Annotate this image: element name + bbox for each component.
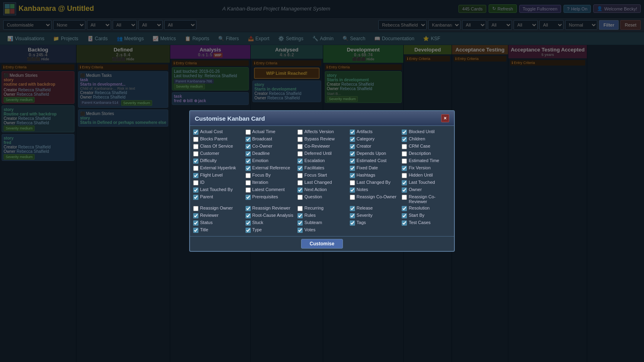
checkbox-item-38[interactable]: Last Changed By [350,180,399,185]
checkbox-item-18[interactable]: Depends Upon [350,151,399,156]
checkbox-focus-by[interactable] [246,173,251,178]
checkbox-escalation[interactable] [297,158,303,164]
checkbox-item-45[interactable]: Parent [193,194,242,204]
checkbox-last-changed[interactable] [297,180,303,185]
checkbox-item-33[interactable]: Hashtags [350,173,399,178]
checkbox-item-64[interactable]: Test Cases [402,220,451,226]
checkbox-artifacts[interactable] [350,130,355,135]
checkbox-item-37[interactable]: Last Changed [297,180,347,185]
checkbox-reassign-owner[interactable] [193,206,198,211]
checkbox-co-owner[interactable] [246,144,251,149]
checkbox-bypass-review[interactable] [297,137,303,142]
checkbox-item-22[interactable]: Escalation [297,158,347,164]
checkbox-item-28[interactable]: Fixed Date [350,165,399,171]
checkbox-external-reference[interactable] [246,166,251,171]
checkbox-item-14[interactable]: CRM Case [402,144,451,149]
checkbox-recurring[interactable] [297,206,303,211]
checkbox-start-by[interactable] [402,213,407,218]
checkbox-item-11[interactable]: Co-Owner [246,144,295,149]
checkbox-item-1[interactable]: Actual Time [246,129,295,135]
checkbox-item-26[interactable]: External Reference [246,165,295,171]
checkbox-last-touched[interactable] [402,180,407,185]
checkbox-item-29[interactable]: Fix Version [402,165,451,171]
checkbox-item-35[interactable]: ID [193,180,242,185]
checkbox-item-16[interactable]: Deadline [246,151,295,156]
checkbox-item-46[interactable]: Prerequisites [246,194,295,204]
checkbox-item-32[interactable]: Focus Start [297,173,347,178]
checkbox-fix-version[interactable] [402,166,407,171]
checkbox-item-55[interactable]: Reviewer [193,213,242,218]
checkbox-root-cause-analysis[interactable] [246,213,251,218]
checkbox-focus-start[interactable] [297,173,303,178]
checkbox-item-39[interactable]: Last Touched [402,180,451,185]
checkbox-item-30[interactable]: Flight Level [193,173,242,178]
checkbox-deferred-until[interactable] [297,151,303,156]
checkbox-item-58[interactable]: Severity [350,213,399,218]
checkbox-broadcast[interactable] [246,137,251,142]
checkbox-item-23[interactable]: Estimated Cost [350,158,399,164]
checkbox-item-61[interactable]: Stuck [246,220,295,226]
checkbox-estimated-cost[interactable] [350,158,355,164]
checkbox-item-15[interactable]: Customer [193,151,242,156]
checkbox-item-0[interactable]: Actual Cost [193,129,242,135]
checkbox-type[interactable] [246,228,251,233]
checkbox-creator[interactable] [350,144,355,149]
checkbox-item-60[interactable]: Status [193,220,242,226]
checkbox-item-65[interactable]: Title [193,227,242,233]
checkbox-emotion[interactable] [246,158,251,164]
checkbox-customer[interactable] [193,151,198,156]
checkbox-class-of-service[interactable] [193,144,198,149]
checkbox-latest-comment[interactable] [246,187,251,193]
checkbox-votes[interactable] [297,228,303,233]
checkbox-blocked-until[interactable] [402,130,407,135]
checkbox-item-67[interactable]: Votes [297,227,347,233]
checkbox-prerequisites[interactable] [246,195,251,200]
checkbox-item-31[interactable]: Focus By [246,173,295,178]
checkbox-stuck[interactable] [246,220,251,226]
checkbox-item-7[interactable]: Bypass Review [297,136,347,142]
checkbox-question[interactable] [297,195,303,200]
checkbox-item-51[interactable]: Reassign Reviewer [246,206,295,211]
checkbox-co-reviewer[interactable] [297,144,303,149]
checkbox-id[interactable] [193,180,198,185]
checkbox-item-52[interactable]: Recurring [297,206,347,211]
checkbox-item-56[interactable]: Root-Cause Analysis [246,213,295,218]
checkbox-external-hyperlink[interactable] [193,166,198,171]
checkbox-fixed-date[interactable] [350,166,355,171]
checkbox-item-34[interactable]: Hidden Until [402,173,451,178]
checkbox-actual-time[interactable] [246,130,251,135]
checkbox-item-63[interactable]: Tags [350,220,399,226]
checkbox-status[interactable] [193,220,198,226]
checkbox-affects-version[interactable] [297,130,303,135]
checkbox-crm-case[interactable] [402,144,407,149]
checkbox-item-9[interactable]: Children [402,136,451,142]
checkbox-hashtags[interactable] [350,173,355,178]
checkbox-blocks-parent[interactable] [193,137,198,142]
checkbox-depends-upon[interactable] [350,151,355,156]
checkbox-reviewer[interactable] [193,213,198,218]
checkbox-parent[interactable] [193,195,198,200]
checkbox-item-49[interactable]: Reassign Co-Reviewer [402,194,451,204]
checkbox-last-touched-by[interactable] [193,187,198,193]
checkbox-item-50[interactable]: Reassign Owner [193,206,242,211]
checkbox-item-3[interactable]: Artifacts [350,129,399,135]
modal-body[interactable]: Actual CostActual TimeAffects VersionArt… [190,126,454,236]
checkbox-resolution[interactable] [402,206,407,211]
checkbox-deadline[interactable] [246,151,251,156]
checkbox-difficulty[interactable] [193,158,198,164]
checkbox-title[interactable] [193,228,198,233]
checkbox-item-27[interactable]: Facilitates [297,165,347,171]
checkbox-item-62[interactable]: Subteam [297,220,347,226]
checkbox-item-25[interactable]: External Hyperlink [193,165,242,171]
checkbox-item-44[interactable]: Owner [402,187,451,193]
checkbox-reassign-co-reviewer[interactable] [402,195,407,200]
checkbox-item-40[interactable]: Last Touched By [193,187,242,193]
checkbox-iteration[interactable] [246,180,251,185]
checkbox-flight-level[interactable] [193,173,198,178]
checkbox-item-36[interactable]: Iteration [246,180,295,185]
checkbox-item-4[interactable]: Blocked Until [402,129,451,135]
checkbox-item-19[interactable]: Description [402,151,451,156]
checkbox-item-10[interactable]: Class Of Service [193,144,242,149]
checkbox-item-66[interactable]: Type [246,227,295,233]
customise-submit-button[interactable]: Customise [301,239,343,249]
